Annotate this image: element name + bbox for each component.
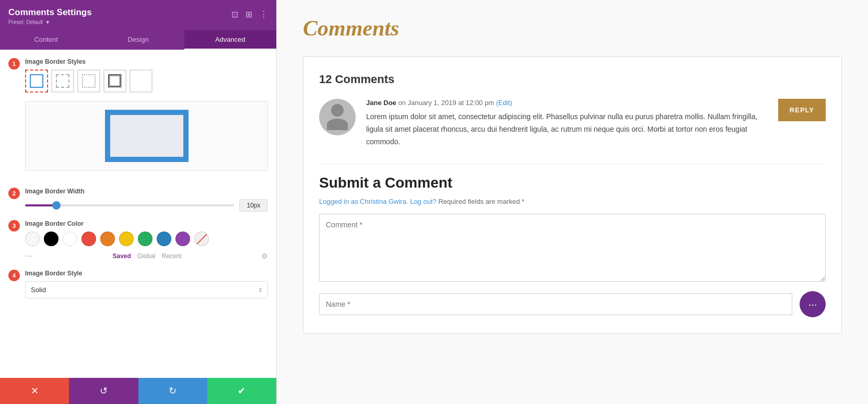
name-input-row: ···: [319, 291, 826, 317]
swatch-yellow[interactable]: [119, 232, 134, 246]
avatar: [319, 99, 356, 135]
border-styles-section: 1 Image Border Styles: [8, 58, 268, 179]
border-width-label: Image Border Width: [25, 188, 268, 195]
border-style-groove-btn[interactable]: [103, 70, 126, 93]
comment-textarea[interactable]: [319, 214, 826, 282]
border-style-none-btn[interactable]: [130, 70, 153, 93]
save-button[interactable]: ✔: [207, 378, 276, 404]
panel-title: Comments Settings: [8, 7, 92, 18]
slider-fill: [25, 204, 56, 206]
logged-in-link[interactable]: Logged in as Christina Gwira.: [319, 198, 408, 205]
redo-button[interactable]: ↻: [138, 378, 207, 404]
comments-page-title: Comments: [303, 16, 842, 41]
cancel-button[interactable]: ✕: [0, 378, 69, 404]
comment-content: Jane Doe on January 1, 2019 at 12:00 pm …: [366, 99, 768, 148]
tab-content[interactable]: Content: [0, 30, 92, 50]
border-style-label: Image Border Style: [25, 270, 268, 277]
comment-author: Jane Doe: [366, 99, 396, 107]
slider-track[interactable]: [25, 204, 234, 206]
swatch-red[interactable]: [81, 232, 96, 246]
border-style-body: Image Border Style Solid Dashed Dotted D…: [25, 270, 268, 298]
border-style-solid-btn[interactable]: [25, 70, 48, 93]
border-color-section: 3 Image Border Color ···: [8, 220, 268, 261]
tab-design[interactable]: Design: [92, 30, 184, 50]
floating-more-button[interactable]: ···: [800, 291, 826, 317]
color-tab-global[interactable]: Global: [137, 252, 156, 260]
bottom-toolbar: ✕ ↺ ↻ ✔: [0, 378, 276, 404]
logged-in-text: Logged in as Christina Gwira. Log out? R…: [319, 198, 826, 205]
submit-comment-section: Submit a Comment Logged in as Christina …: [319, 175, 826, 317]
more-icon[interactable]: ⋮: [260, 9, 268, 19]
color-swatches: [25, 232, 268, 246]
panel-header-icons: ⊡ ⊞ ⋮: [231, 9, 268, 19]
tab-advanced[interactable]: Advanced: [184, 30, 276, 50]
section-number-4: 4: [8, 270, 20, 281]
submit-comment-title: Submit a Comment: [319, 175, 826, 191]
swatch-slash[interactable]: [194, 232, 209, 246]
border-styles-body: Image Border Styles: [25, 58, 268, 179]
comments-count: 12 Comments: [319, 73, 826, 86]
section-number-3: 3: [8, 220, 20, 232]
panel-header: Comments Settings Preset: Default ▼ ⊡ ⊞ …: [0, 0, 276, 30]
swatch-transparent[interactable]: [25, 232, 40, 246]
section-number-2: 2: [8, 188, 20, 199]
border-style-dotted-btn[interactable]: [77, 70, 100, 93]
comment-date: on January 1, 2019 at 12:00 pm: [398, 99, 496, 107]
comment-meta: Jane Doe on January 1, 2019 at 12:00 pm …: [366, 99, 768, 107]
reply-button[interactable]: REPLY: [778, 99, 826, 121]
name-input[interactable]: [319, 293, 792, 315]
logout-link[interactable]: Log out?: [410, 198, 437, 205]
divider: [319, 164, 826, 164]
comment-edit-link[interactable]: (Edit): [496, 99, 512, 107]
settings-panel: Comments Settings Preset: Default ▼ ⊡ ⊞ …: [0, 0, 277, 404]
border-width-body: Image Border Width 10px: [25, 188, 268, 212]
border-color-body: Image Border Color ··· Saved: [25, 220, 268, 261]
border-preview-box: [25, 101, 268, 171]
border-styles-row: [25, 70, 268, 93]
border-preview-image: [105, 110, 189, 162]
border-styles-label: Image Border Styles: [25, 58, 268, 65]
panel-content: 1 Image Border Styles: [0, 50, 276, 378]
border-style-select-wrapper: Solid Dashed Dotted Double Groove Ridge …: [25, 281, 268, 298]
border-color-label: Image Border Color: [25, 220, 268, 227]
border-style-section: 4 Image Border Style Solid Dashed Dotted…: [8, 270, 268, 298]
swatch-white[interactable]: [63, 232, 77, 246]
slider-value[interactable]: 10px: [239, 199, 268, 212]
avatar-body: [327, 119, 348, 130]
comments-container: 12 Comments Jane Doe on January 1, 2019 …: [303, 56, 842, 333]
slider-row: 10px: [25, 199, 268, 212]
border-width-section: 2 Image Border Width 10px: [8, 188, 268, 212]
undo-button[interactable]: ↺: [69, 378, 138, 404]
comment-text: Lorem ipsum dolor sit amet, consectetur …: [366, 111, 768, 148]
swatch-green[interactable]: [138, 232, 153, 246]
focus-icon[interactable]: ⊡: [231, 9, 238, 19]
color-tab-recent[interactable]: Recent: [162, 252, 182, 260]
comment-item: Jane Doe on January 1, 2019 at 12:00 pm …: [319, 99, 826, 148]
color-more-btn[interactable]: ···: [25, 250, 33, 261]
swatch-black[interactable]: [44, 232, 58, 246]
avatar-person: [319, 99, 356, 135]
color-tabs-row: ··· Saved Global Recent ⚙: [25, 250, 268, 261]
swatch-blue[interactable]: [157, 232, 171, 246]
swatch-purple[interactable]: [175, 232, 190, 246]
border-style-dashed-btn[interactable]: [51, 70, 74, 93]
panel-preset[interactable]: Preset: Default ▼: [8, 19, 92, 25]
slider-thumb[interactable]: [52, 201, 61, 210]
gear-icon[interactable]: ⚙: [261, 252, 268, 260]
avatar-head: [331, 104, 344, 117]
tabs-row: Content Design Advanced: [0, 30, 276, 50]
split-icon[interactable]: ⊞: [245, 9, 252, 19]
section-number-1: 1: [8, 58, 20, 70]
color-tab-labels: Saved Global Recent: [112, 252, 181, 260]
swatch-orange[interactable]: [100, 232, 115, 246]
preview-panel: Comments 12 Comments Jane Doe on January…: [277, 0, 868, 404]
border-style-select[interactable]: Solid Dashed Dotted Double Groove Ridge …: [25, 281, 268, 298]
color-tab-saved[interactable]: Saved: [112, 252, 131, 260]
